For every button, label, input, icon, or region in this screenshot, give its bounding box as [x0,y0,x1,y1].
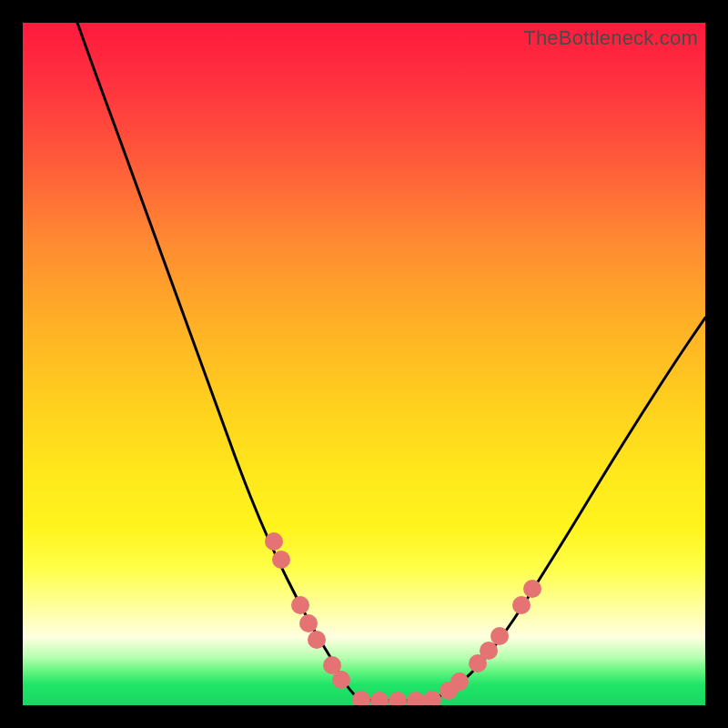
curve-marker [352,691,370,705]
curve-marker [332,671,350,689]
curve-marker [480,642,498,660]
curve-marker [272,551,290,569]
curves-svg [23,23,705,705]
curve-marker [423,691,441,705]
curve-marker [512,596,531,614]
plot-area: TheBottleneck.com [23,23,705,705]
curve-marker [490,627,509,645]
curve-marker [291,596,309,614]
curve-marker [389,692,407,705]
curve-marker [265,532,283,551]
curve-path [77,23,705,701]
chart-frame: TheBottleneck.com [0,0,728,728]
curve-marker [308,631,326,649]
curve-marker [299,614,318,632]
bottleneck-curve [77,23,705,701]
curve-marker [407,692,425,705]
curve-marker [523,580,541,598]
curve-markers [265,532,541,705]
curve-marker [450,672,469,691]
curve-marker [370,692,389,705]
watermark-label: TheBottleneck.com [523,26,698,50]
